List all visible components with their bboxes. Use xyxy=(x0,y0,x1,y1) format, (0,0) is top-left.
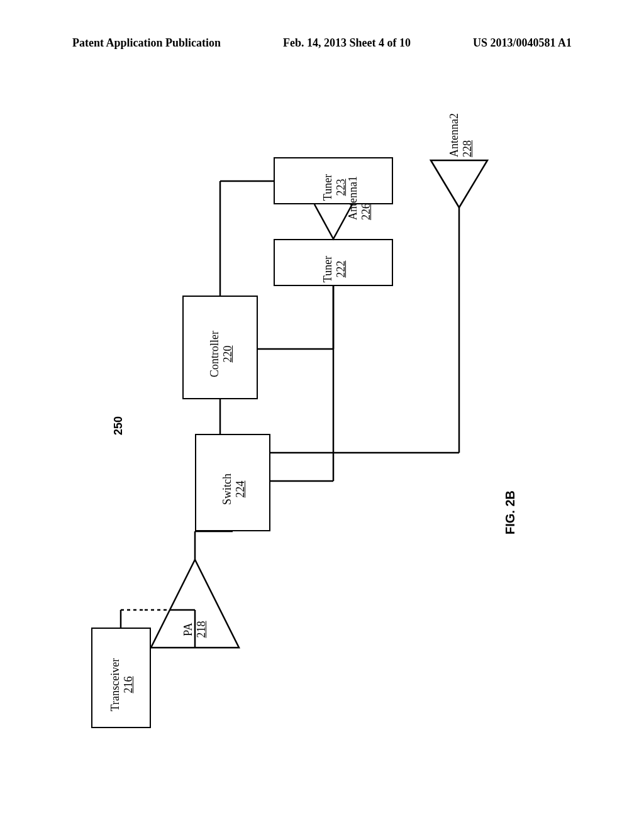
header-right: US 2013/0040581 A1 xyxy=(473,36,572,50)
figure-label: FIG. 2B xyxy=(503,490,518,534)
header-center: Feb. 14, 2013 Sheet 4 of 10 xyxy=(283,36,411,50)
diagram: 250 Transceiver 216 PA 218 Switch 224 Co… xyxy=(63,101,581,761)
header-left: Patent Application Publication xyxy=(72,36,221,50)
connector-lines xyxy=(63,101,581,761)
page-header: Patent Application Publication Feb. 14, … xyxy=(0,36,644,50)
